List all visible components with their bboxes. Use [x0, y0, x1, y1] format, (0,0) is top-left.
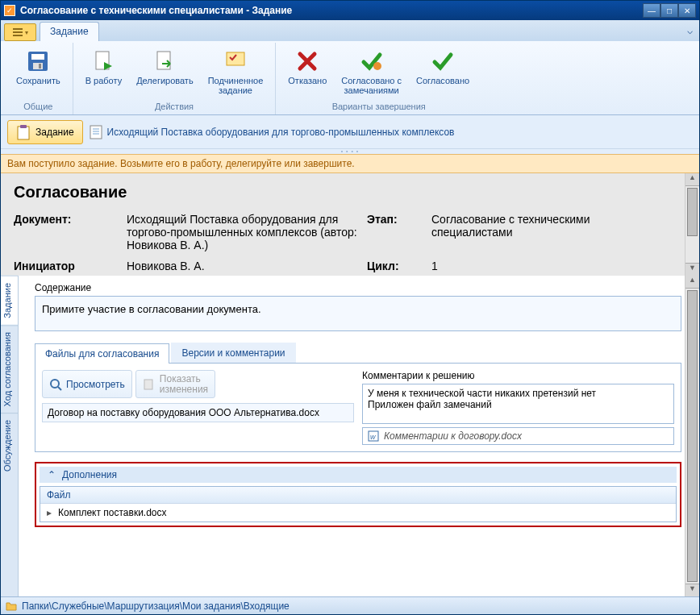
side-tab-discussion[interactable]: Обсуждение — [1, 413, 18, 478]
document-play-icon — [90, 48, 116, 74]
svg-point-8 — [373, 62, 381, 70]
ribbon: Сохранить Общие В работу Делегировать — [1, 41, 699, 115]
ribbon-group-common: Сохранить Общие — [4, 43, 73, 114]
save-icon — [25, 48, 51, 74]
inner-scrollbar[interactable]: ▲ ▼ — [685, 276, 699, 596]
row-marker-icon: ▸ — [47, 507, 55, 518]
svg-rect-17 — [144, 380, 152, 389]
document-header: Согласование Документ: Исходящий Поставк… — [1, 173, 699, 276]
folder-icon — [6, 601, 17, 611]
document-value: Исходящий Поставка оборудования для торг… — [127, 213, 367, 251]
svg-rect-3 — [39, 64, 41, 69]
additions-col-file: Файл — [40, 487, 676, 504]
ribbon-tab-task[interactable]: Задание — [40, 22, 99, 41]
svg-rect-10 — [20, 125, 27, 128]
tab-versions[interactable]: Версии и комментарии — [171, 343, 295, 363]
svg-rect-11 — [90, 126, 102, 139]
ribbon-group-common-label: Общие — [10, 100, 66, 114]
content-label: Содержание — [35, 282, 681, 293]
side-tab-task[interactable]: Задание — [1, 276, 18, 325]
magnifier-icon — [49, 378, 62, 391]
ribbon-group-actions-label: Действия — [80, 100, 269, 114]
breadcrumb-path[interactable]: Папки\Служебные\Маршрутизация\Мои задани… — [22, 600, 290, 612]
files-panel: Просмотреть Показать изменения Договор н… — [35, 364, 681, 452]
save-button[interactable]: Сохранить — [10, 44, 66, 100]
preview-button[interactable]: Просмотреть — [42, 370, 132, 398]
svg-text:w: w — [370, 433, 376, 441]
menu-icon — [13, 28, 23, 36]
show-changes-button[interactable]: Показать изменения — [135, 370, 215, 398]
window-controls: — □ ✕ — [643, 3, 696, 18]
stage-label: Этап: — [367, 213, 431, 251]
check-icon — [430, 48, 456, 74]
checklist-icon — [223, 48, 248, 74]
chevron-up-icon: ⌃ — [48, 469, 56, 480]
ribbon-group-variants: Отказано Согласовано с замечаниями Согла… — [276, 43, 481, 114]
svg-rect-7 — [227, 52, 244, 65]
document-icon — [90, 125, 102, 139]
initiator-value: Новикова В. А. — [127, 260, 367, 272]
additions-section: ⌃ Дополнения Файл ▸ Комплект поставки.do… — [35, 462, 681, 527]
statusbar: Папки\Служебные\Маршрутизация\Мои задани… — [1, 596, 699, 614]
file-list-item[interactable]: Договор на поставку оборудования ООО Аль… — [42, 403, 354, 422]
agreed-with-notes-button[interactable]: Согласовано с замечаниями — [335, 44, 407, 100]
cycle-label: Цикл: — [367, 260, 431, 272]
document-title: Согласование — [14, 183, 672, 202]
check-orange-icon — [359, 48, 385, 74]
ribbon-group-actions: В работу Делегировать Подчиненное задани… — [73, 43, 277, 114]
delegate-button[interactable]: Делегировать — [131, 44, 199, 100]
towork-button[interactable]: В работу — [80, 44, 127, 100]
task-context-button[interactable]: Задание — [7, 120, 83, 144]
cross-icon — [294, 48, 320, 74]
window-title: Согласование с техническими специалистам… — [20, 5, 643, 16]
svg-rect-1 — [31, 54, 44, 60]
stage-value: Согласование с техническими специалистам… — [431, 213, 672, 251]
additions-row[interactable]: ▸ Комплект поставки.docx — [40, 504, 676, 522]
document-label: Документ: — [14, 213, 127, 251]
svg-rect-9 — [18, 127, 29, 139]
content-text: Примите участие в согласовании документа… — [35, 296, 681, 331]
maximize-button[interactable]: □ — [660, 3, 678, 18]
minimize-button[interactable]: — — [643, 3, 660, 18]
dropdown-icon: ▾ — [25, 29, 28, 36]
tab-files[interactable]: Файлы для согласования — [35, 343, 169, 364]
app-window: ✓ Согласование с техническими специалист… — [0, 0, 700, 615]
refused-button[interactable]: Отказано — [282, 44, 332, 100]
word-doc-icon: w — [368, 430, 379, 442]
additions-header[interactable]: ⌃ Дополнения — [40, 467, 677, 483]
cycle-value: 1 — [431, 260, 672, 272]
inner-area: Содержание Примите участие в согласовани… — [19, 276, 699, 596]
app-icon: ✓ — [4, 5, 15, 16]
subtask-button[interactable]: Подчиненное задание — [202, 44, 269, 100]
clipboard-icon — [16, 124, 31, 140]
side-tab-progress[interactable]: Ход согласования — [1, 325, 18, 413]
comments-textarea[interactable]: У меня к технической части никаких прете… — [362, 384, 674, 424]
ribbon-tab-strip: ▾ Задание ⌵ — [1, 20, 699, 41]
svg-point-15 — [51, 380, 59, 388]
header-scrollbar[interactable]: ▲ ▼ — [685, 173, 699, 276]
inner-tabs: Файлы для согласования Версии и коммента… — [35, 343, 681, 364]
related-document-link[interactable]: Исходящий Поставка оборудования для торг… — [90, 125, 455, 139]
agreed-button[interactable]: Согласовано — [410, 44, 475, 100]
file-menu-button[interactable]: ▾ — [4, 23, 36, 41]
additions-table: Файл ▸ Комплект поставки.docx — [40, 486, 677, 522]
main-area: Задание Ход согласования Обсуждение Соде… — [1, 276, 699, 596]
initiator-label: Инициатор — [14, 260, 127, 272]
close-button[interactable]: ✕ — [678, 3, 696, 18]
svg-rect-2 — [33, 63, 43, 69]
comments-attachment[interactable]: w Комментарии к договору.docx — [362, 427, 674, 445]
document-arrow-icon — [152, 48, 177, 74]
secondary-toolbar: Задание Исходящий Поставка оборудования … — [1, 115, 699, 149]
side-tabs: Задание Ход согласования Обсуждение — [1, 276, 19, 596]
svg-line-16 — [58, 387, 61, 390]
comments-label: Комментарии к решению — [362, 370, 674, 381]
titlebar: ✓ Согласование с техническими специалист… — [1, 1, 699, 20]
document-edit-icon — [143, 378, 156, 391]
ribbon-collapse-button[interactable]: ⌵ — [687, 25, 693, 36]
notice-banner: Вам поступило задание. Возьмите его в ра… — [1, 154, 699, 173]
ribbon-group-variants-label: Варианты завершения — [282, 100, 475, 114]
